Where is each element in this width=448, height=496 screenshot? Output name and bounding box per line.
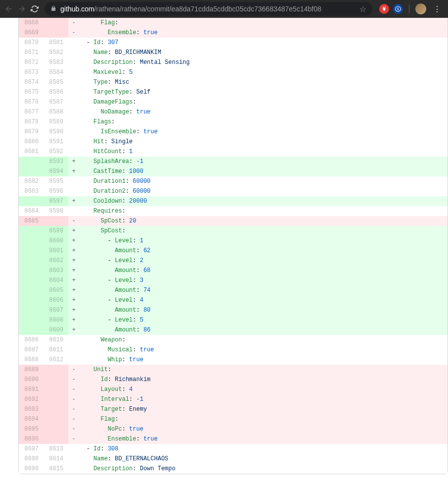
new-line-number[interactable]: 8595 [44,176,68,186]
old-line-number[interactable]: 8684 [19,206,44,216]
new-line-number[interactable]: 8604 [44,276,68,285]
code-line[interactable]: Interval: -1 [79,394,448,404]
code-line[interactable]: Flag: [79,18,448,28]
profile-avatar[interactable] [415,3,426,14]
old-line-number[interactable]: 8694 [19,414,44,424]
old-line-number[interactable]: 8688 [19,355,44,365]
code-line[interactable]: Flags: [79,117,448,127]
old-line-number[interactable] [19,196,44,206]
code-line[interactable]: Weapon: [79,335,448,345]
old-line-number[interactable]: 8683 [19,186,44,196]
code-line[interactable]: DamageFlags: [79,97,448,107]
new-line-number[interactable]: 8593 [44,157,68,166]
old-line-number[interactable] [19,236,44,246]
new-line-number[interactable]: 8608 [44,315,68,325]
old-line-number[interactable] [19,226,44,236]
old-line-number[interactable] [19,266,44,276]
old-line-number[interactable]: 8680 [19,137,44,147]
code-line[interactable]: - Level: 2 [79,256,448,266]
new-line-number[interactable] [44,394,68,404]
code-line[interactable]: Amount: 86 [79,325,448,335]
code-line[interactable]: Duration1: 60000 [79,176,448,186]
code-line[interactable]: - Level: 1 [79,236,448,246]
new-line-number[interactable]: 8597 [44,196,68,206]
reload-button[interactable] [30,4,40,14]
new-line-number[interactable]: 8598 [44,206,68,216]
old-line-number[interactable] [19,305,44,315]
code-line[interactable]: SpCost: 20 [79,216,448,226]
code-line[interactable]: - Level: 3 [79,276,448,285]
old-line-number[interactable] [19,325,44,335]
new-line-number[interactable]: 8612 [44,355,68,365]
new-line-number[interactable]: 8610 [44,335,68,345]
code-line[interactable]: Amount: 74 [79,285,448,295]
code-line[interactable]: Description: Down Tempo [79,464,448,474]
back-button[interactable] [4,4,14,14]
code-line[interactable]: - Level: 5 [79,315,448,325]
old-line-number[interactable]: 8672 [19,57,44,67]
new-line-number[interactable]: 8596 [44,186,68,196]
code-line[interactable]: Layout: 4 [79,385,448,394]
code-line[interactable]: Id: Richmankim [79,375,448,385]
code-line[interactable]: Description: Mental Sensing [79,57,448,67]
old-line-number[interactable] [19,256,44,266]
old-line-number[interactable]: 8696 [19,434,44,444]
code-line[interactable]: Name: BD_RICHMANKIM [79,48,448,57]
new-line-number[interactable]: 8582 [44,48,68,57]
code-line[interactable]: Amount: 62 [79,246,448,256]
new-line-number[interactable] [44,424,68,434]
code-line[interactable]: Unit: [79,365,448,375]
old-line-number[interactable] [19,295,44,305]
old-line-number[interactable] [19,246,44,256]
new-line-number[interactable]: 8594 [44,166,68,176]
old-line-number[interactable]: 8691 [19,385,44,394]
code-line[interactable]: TargetType: Self [79,87,448,97]
old-line-number[interactable]: 8698 [19,454,44,464]
new-line-number[interactable] [44,404,68,414]
onepassword-icon[interactable] [393,4,403,14]
old-line-number[interactable]: 8690 [19,375,44,385]
new-line-number[interactable]: 8585 [44,77,68,87]
new-line-number[interactable]: 8587 [44,97,68,107]
bookmark-star-icon[interactable]: ☆ [359,4,366,14]
new-line-number[interactable]: 8611 [44,345,68,355]
code-line[interactable]: Hit: Single [79,137,448,147]
old-line-number[interactable]: 8671 [19,48,44,57]
old-line-number[interactable]: 8678 [19,117,44,127]
new-line-number[interactable]: 8581 [44,38,68,48]
old-line-number[interactable]: 8689 [19,365,44,375]
new-line-number[interactable]: 8601 [44,246,68,256]
code-line[interactable]: Duration2: 60000 [79,186,448,196]
code-line[interactable]: - Level: 4 [79,295,448,305]
code-line[interactable]: MaxLevel: 5 [79,67,448,77]
old-line-number[interactable]: 8677 [19,107,44,117]
new-line-number[interactable]: 8614 [44,454,68,464]
code-line[interactable]: Amount: 80 [79,305,448,315]
code-line[interactable]: Ensemble: true [79,28,448,38]
old-line-number[interactable] [19,315,44,325]
new-line-number[interactable]: 8600 [44,236,68,246]
code-line[interactable]: CastTime: 1000 [79,166,448,176]
old-line-number[interactable]: 8687 [19,345,44,355]
code-line[interactable]: Flag: [79,414,448,424]
new-line-number[interactable]: 8606 [44,295,68,305]
code-line[interactable]: Musical: true [79,345,448,355]
old-line-number[interactable]: 8693 [19,404,44,414]
new-line-number[interactable]: 8590 [44,127,68,137]
chrome-menu-button[interactable]: ⋮ [430,4,444,14]
code-line[interactable]: HitCount: 1 [79,147,448,157]
new-line-number[interactable]: 8589 [44,117,68,127]
code-line[interactable]: Requires: [79,206,448,216]
new-line-number[interactable]: 8602 [44,256,68,266]
old-line-number[interactable] [19,157,44,166]
new-line-number[interactable] [44,216,68,226]
old-line-number[interactable]: 8697 [19,444,44,454]
new-line-number[interactable]: 8586 [44,87,68,97]
new-line-number[interactable]: 8613 [44,444,68,454]
new-line-number[interactable]: 8603 [44,266,68,276]
new-line-number[interactable]: 8583 [44,57,68,67]
old-line-number[interactable]: 8674 [19,77,44,87]
new-line-number[interactable]: 8584 [44,67,68,77]
new-line-number[interactable] [44,28,68,38]
old-line-number[interactable]: 8670 [19,38,44,48]
